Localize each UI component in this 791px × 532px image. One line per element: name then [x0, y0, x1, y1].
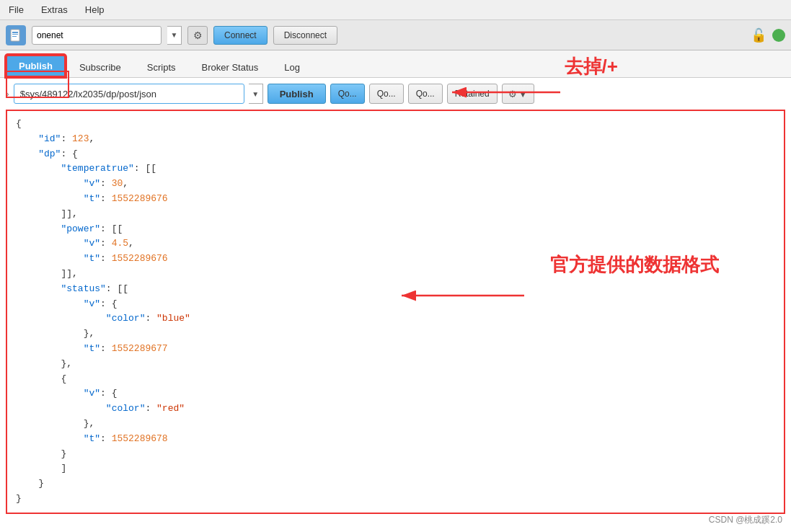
menu-bar: File Extras Help [0, 0, 791, 20]
menu-help[interactable]: Help [82, 3, 107, 17]
settings-icon: ⚙ [508, 89, 517, 99]
menu-file[interactable]: File [6, 3, 27, 17]
code-line: "t": 1552289677 [16, 342, 775, 357]
tab-publish[interactable]: Publish [6, 55, 66, 77]
code-line: "v": 30, [16, 177, 775, 192]
code-line: }, [16, 417, 775, 432]
qos-button-2[interactable]: Qo... [408, 84, 443, 104]
lock-icon: 🔓 [751, 27, 766, 43]
code-line: "dp": { [16, 147, 775, 162]
code-line: "status": [[ [16, 282, 775, 297]
code-editor[interactable]: { "id": 123, "dp": { "temperatrue": [[ "… [6, 110, 785, 514]
code-line: ] [16, 461, 775, 476]
code-line: ]], [16, 267, 775, 282]
tab-scripts[interactable]: Scripts [135, 57, 188, 77]
connection-input[interactable] [32, 26, 162, 45]
code-line: "v": { [16, 297, 775, 312]
publish-settings-button[interactable]: ⚙ ▼ [502, 84, 534, 104]
retained-button[interactable]: Retained [447, 84, 498, 104]
svg-rect-3 [12, 36, 17, 37]
publish-button[interactable]: Publish [268, 84, 326, 104]
connection-dropdown[interactable]: ▼ [167, 26, 182, 45]
disconnect-button[interactable]: Disconnect [273, 26, 337, 45]
svg-rect-2 [12, 34, 18, 35]
svg-rect-0 [11, 30, 19, 41]
code-line: "power": [[ [16, 222, 775, 237]
settings-gear-button[interactable]: ⚙ [187, 26, 208, 45]
topic-arrow-icon: › [6, 88, 9, 99]
code-line: } [16, 447, 775, 462]
qos-button-1[interactable]: Qo... [369, 84, 404, 104]
code-line: } [16, 476, 775, 492]
code-line: "t": 1552289678 [16, 432, 775, 447]
code-line: { [16, 372, 775, 387]
menu-extras[interactable]: Extras [38, 3, 71, 17]
tab-log[interactable]: Log [272, 57, 312, 77]
tab-broker-status[interactable]: Broker Status [190, 57, 271, 77]
topic-input[interactable] [14, 84, 244, 104]
toolbar: ▼ ⚙ Connect Disconnect 🔓 [0, 20, 791, 50]
connect-button[interactable]: Connect [213, 26, 268, 45]
code-line: ]], [16, 207, 775, 222]
qos-button-0[interactable]: Qo... [330, 84, 365, 104]
code-line: "color": "red" [16, 402, 775, 417]
main-content: › ▼ Publish Qo... Qo... Qo... Retained ⚙… [0, 78, 791, 532]
code-line: "t": 1552289676 [16, 252, 775, 267]
code-line: "temperatrue": [[ [16, 161, 775, 177]
topic-row: › ▼ Publish Qo... Qo... Qo... Retained ⚙… [6, 84, 785, 104]
svg-rect-1 [12, 32, 18, 33]
tab-subscribe[interactable]: Subscribe [67, 57, 133, 77]
code-line: "v": { [16, 386, 775, 402]
status-dot [772, 29, 785, 42]
code-line: { [16, 117, 775, 132]
code-line: }, [16, 327, 775, 342]
code-line: "v": 4.5, [16, 236, 775, 252]
code-line: "t": 1552289676 [16, 192, 775, 207]
code-line: } [16, 492, 775, 507]
code-line: "color": "blue" [16, 311, 775, 327]
app-icon [6, 25, 26, 45]
topic-dropdown[interactable]: ▼ [249, 84, 263, 104]
tab-bar: Publish Subscribe Scripts Broker Status … [0, 50, 791, 78]
code-line: }, [16, 357, 775, 372]
code-line: "id": 123, [16, 132, 775, 147]
settings-dropdown-icon: ▼ [518, 89, 528, 99]
